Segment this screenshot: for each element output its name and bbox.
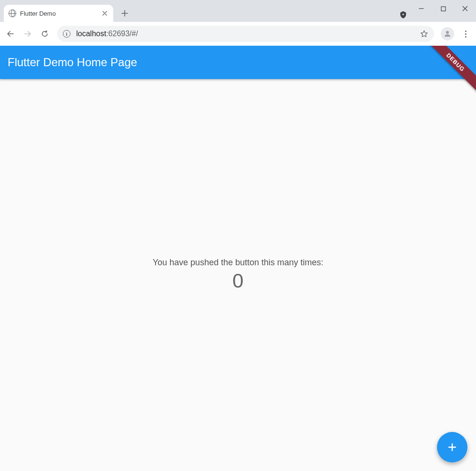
forward-button[interactable] <box>20 26 35 41</box>
globe-icon <box>9 10 16 17</box>
close-tab-button[interactable] <box>101 10 109 17</box>
reload-button[interactable] <box>37 26 52 41</box>
app-viewport: Flutter Demo Home Page DEBUG You have pu… <box>0 46 476 471</box>
counter-label: You have pushed the button this many tim… <box>153 258 324 268</box>
app-bar: Flutter Demo Home Page <box>0 46 476 79</box>
browser-menu-button[interactable] <box>458 26 473 41</box>
add-icon <box>446 441 458 453</box>
tab-title: Flutter Demo <box>20 10 101 17</box>
back-button[interactable] <box>3 26 18 41</box>
browser-titlebar: Flutter Demo <box>0 0 476 22</box>
window-maximize-button[interactable] <box>432 0 454 17</box>
address-bar[interactable]: i localhost:62693/#/ <box>57 26 434 42</box>
window-close-button[interactable] <box>454 0 476 17</box>
extension-shield-icon[interactable] <box>399 10 407 19</box>
bookmark-star-icon[interactable] <box>420 30 428 38</box>
url-path: /#/ <box>129 30 138 38</box>
browser-tab[interactable]: Flutter Demo <box>4 5 113 22</box>
profile-avatar-button[interactable] <box>441 27 454 40</box>
svg-point-2 <box>446 31 449 34</box>
new-tab-button[interactable] <box>118 7 131 20</box>
counter-value: 0 <box>232 270 243 292</box>
svg-rect-1 <box>441 7 446 11</box>
window-minimize-button[interactable] <box>410 0 432 17</box>
site-info-icon[interactable]: i <box>63 30 70 38</box>
browser-toolbar: i localhost:62693/#/ <box>0 22 476 46</box>
url-host: localhost <box>76 30 106 38</box>
window-controls <box>410 0 476 17</box>
app-body: You have pushed the button this many tim… <box>0 79 476 471</box>
url-port: :62693 <box>106 30 129 38</box>
app-bar-title: Flutter Demo Home Page <box>8 56 137 69</box>
svg-point-0 <box>402 14 404 15</box>
increment-fab[interactable] <box>437 432 467 462</box>
